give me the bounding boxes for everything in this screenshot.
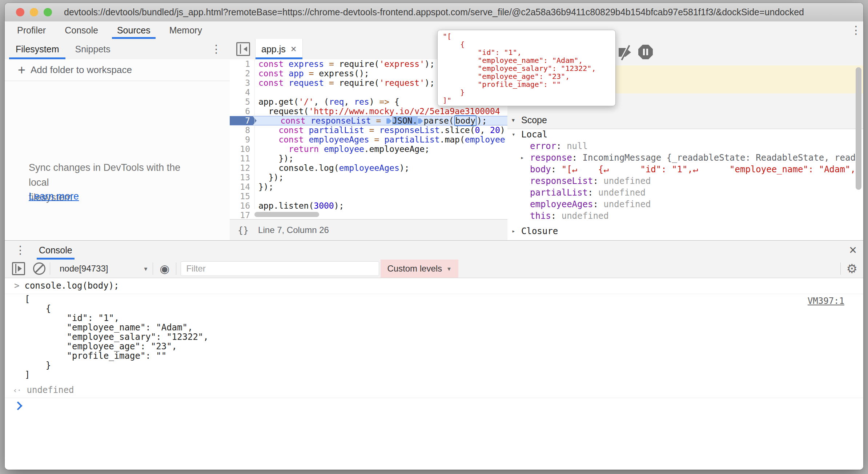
- code-text: app.get('/', (req, res) => {: [255, 97, 399, 107]
- tab-console[interactable]: Console: [55, 21, 108, 39]
- execution-line-marker[interactable]: 7: [230, 116, 257, 125]
- scope-variable-error[interactable]: error: null: [507, 140, 855, 152]
- filter-input[interactable]: Filter: [181, 261, 379, 276]
- code-line[interactable]: 10 return employee.employeeAge;: [230, 144, 507, 154]
- titlebar[interactable]: devtools://devtools/bundled/js_app.html?…: [5, 3, 863, 22]
- file-tab-appjs[interactable]: app.js ×: [255, 39, 303, 59]
- expander-spacer: [521, 198, 530, 210]
- scope-section-closure[interactable]: ▸Closure: [507, 225, 855, 237]
- console-settings-gear-icon[interactable]: ⚙: [847, 262, 857, 275]
- show-console-sidebar-icon[interactable]: [12, 262, 25, 275]
- code-text: });: [255, 154, 294, 163]
- log-levels-dropdown[interactable]: Custom levels ▼: [381, 260, 458, 278]
- code-line[interactable]: 11 });: [230, 154, 507, 163]
- source-location-link[interactable]: VM397:1: [808, 296, 844, 306]
- line-number[interactable]: 12: [230, 163, 255, 173]
- clear-console-icon[interactable]: [33, 262, 45, 275]
- vertical-scrollbar[interactable]: [856, 67, 861, 190]
- variable-value: undefined: [603, 198, 651, 210]
- result-value: undefined: [27, 385, 74, 395]
- code-text: return employee.employeeAge;: [255, 144, 430, 154]
- code-text: const app = express();: [255, 69, 369, 78]
- learn-more-link[interactable]: Learn more: [29, 191, 79, 202]
- line-number[interactable]: 8: [230, 125, 255, 135]
- context-dropdown-icon[interactable]: ▼: [143, 266, 148, 272]
- code-line[interactable]: 14});: [230, 182, 507, 192]
- line-number[interactable]: 3: [230, 78, 255, 88]
- line-number[interactable]: 16: [230, 201, 255, 210]
- line-number[interactable]: 11: [230, 154, 255, 163]
- line-number[interactable]: 6: [230, 107, 255, 116]
- variable-value: undefined: [598, 187, 646, 198]
- main-menu-kebab-icon[interactable]: ⋮: [851, 25, 861, 36]
- line-number[interactable]: 5: [230, 97, 255, 107]
- scope-variable-response[interactable]: ▸response: IncomingMessage {_readableSta…: [507, 152, 855, 164]
- code-line[interactable]: 16app.listen(3000);: [230, 201, 507, 210]
- code-line[interactable]: 9 const employeeAges = partialList.map(e…: [230, 135, 507, 144]
- scope-variable-employeeAges[interactable]: employeeAges: undefined: [507, 198, 855, 210]
- close-drawer-icon[interactable]: ×: [849, 244, 857, 257]
- code-line[interactable]: 6 request('http://www.mocky.io/v2/5e1a9a…: [230, 107, 507, 116]
- navigator-panel: + Add folder to workspace Sync changes i…: [5, 59, 230, 240]
- scope-title: Scope: [521, 115, 547, 125]
- chevron-down-icon[interactable]: ▾: [512, 117, 521, 124]
- code-text: const responseList = JSON.parse(body);: [257, 116, 487, 125]
- step-target-chevron-icon[interactable]: [386, 117, 391, 125]
- console-prompt-icon[interactable]: [13, 401, 22, 410]
- editor-status-bar: {} Line 7, Column 26: [230, 219, 508, 241]
- pause-on-exceptions-icon[interactable]: [638, 45, 653, 59]
- line-number[interactable]: 9: [230, 135, 255, 144]
- main-tab-bar: Profiler Console Sources Memory: [5, 21, 863, 39]
- code-line[interactable]: 12 console.log(employeeAges);: [230, 163, 507, 173]
- code-text: });: [255, 182, 274, 192]
- expander-spacer: [521, 164, 530, 175]
- variable-name: responseList: [530, 175, 593, 187]
- tab-filesystem[interactable]: Filesystem: [8, 39, 67, 59]
- code-text: const employeeAges = partialList.map(emp…: [255, 135, 505, 144]
- expander-spacer: [521, 175, 530, 187]
- line-number[interactable]: 10: [230, 144, 255, 154]
- scope-section-local[interactable]: ▾Local: [507, 129, 855, 140]
- code-line[interactable]: 15: [230, 192, 507, 201]
- chevron-right-icon[interactable]: ▸: [521, 152, 530, 164]
- scope-variable-this[interactable]: this: undefined: [507, 210, 855, 222]
- scope-variable-partialList[interactable]: partialList: undefined: [507, 187, 855, 198]
- line-number[interactable]: 1: [230, 59, 255, 69]
- scope-variable-responseList[interactable]: responseList: undefined: [507, 175, 855, 187]
- tab-snippets[interactable]: Snippets: [67, 39, 118, 59]
- line-number[interactable]: 15: [230, 192, 255, 201]
- execution-line[interactable]: 7 const responseList = JSON.parse(body);: [230, 116, 507, 125]
- line-number[interactable]: 2: [230, 69, 255, 78]
- scope-variable-body[interactable]: body: "[↵ {↵ "id": "1",↵ "employee_name"…: [507, 164, 855, 175]
- live-expression-eye-icon[interactable]: ◉: [160, 263, 169, 274]
- file-tab-close-icon[interactable]: ×: [291, 44, 297, 55]
- code-text: });: [255, 173, 284, 182]
- line-number[interactable]: 4: [230, 88, 255, 97]
- code-line[interactable]: 13 });: [230, 173, 507, 182]
- line-number[interactable]: 13: [230, 173, 255, 182]
- code-text: console.log(employeeAges);: [255, 163, 409, 173]
- scope-section-header[interactable]: ▾ Scope: [507, 111, 863, 129]
- line-number[interactable]: 17: [230, 210, 255, 219]
- navigator-kebab-icon[interactable]: ⋮: [211, 44, 222, 55]
- add-folder-button[interactable]: + Add folder to workspace: [5, 59, 230, 81]
- console-kebab-icon[interactable]: ⋮: [15, 245, 26, 256]
- expander-spacer: [521, 210, 530, 222]
- tab-memory[interactable]: Memory: [160, 21, 212, 39]
- variable-name: body: [530, 164, 551, 175]
- console-tab[interactable]: Console: [39, 241, 72, 260]
- chevron-right-icon[interactable]: ▸: [512, 225, 521, 237]
- code-line[interactable]: 8 const partialList = responseList.slice…: [230, 125, 507, 135]
- collapse-panel-icon[interactable]: [236, 42, 250, 56]
- scope-variables: ▾Localerror: null▸response: IncomingMess…: [507, 129, 855, 240]
- pretty-print-icon[interactable]: {}: [238, 225, 249, 236]
- step-target-chevron-icon[interactable]: [418, 117, 423, 125]
- deactivate-breakpoints-icon[interactable]: [618, 45, 632, 60]
- execution-context-selector[interactable]: node[94733]: [60, 264, 108, 274]
- tab-profiler[interactable]: Profiler: [8, 21, 55, 39]
- chevron-down-icon[interactable]: ▾: [512, 129, 521, 140]
- horizontal-scrollbar[interactable]: [254, 212, 319, 217]
- file-tab-label: app.js: [261, 44, 286, 55]
- tab-sources[interactable]: Sources: [108, 21, 160, 39]
- line-number[interactable]: 14: [230, 182, 255, 192]
